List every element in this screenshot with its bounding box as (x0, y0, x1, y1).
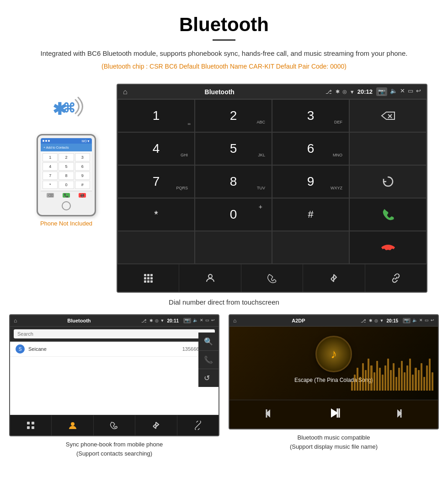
volume-icon[interactable]: 🔈 (390, 87, 397, 96)
music-home-icon[interactable]: ⌂ (233, 317, 236, 324)
svg-point-18 (71, 422, 75, 426)
dial-key-2[interactable]: 2ABC (195, 99, 272, 132)
back-icon[interactable]: ↩ (416, 87, 421, 96)
pb-refresh-side-icon[interactable]: ↺ (198, 369, 219, 387)
pb-camera-icon[interactable]: 📷 (183, 318, 191, 323)
pb-search-icon[interactable]: 🔍 (198, 333, 219, 351)
bottom-section: ⌂ Bluetooth ⎇ ✱ ◎ ▼ 20:11 📷 🔈 ✕ ▭ ↩ (0, 314, 448, 458)
dial-tab-bluetooth[interactable] (303, 264, 365, 292)
phone-mockup: MO▼ + Add to Contacts 1 2 3 4 5 6 7 (37, 134, 96, 216)
link-icon (390, 273, 401, 284)
dial-key-star[interactable]: * (117, 198, 195, 231)
phone-key-8[interactable]: 8 (59, 172, 74, 180)
phone-contact-bar: + Add to Contacts (41, 144, 92, 151)
dial-key-5[interactable]: 5JKL (195, 132, 272, 165)
svg-rect-14 (27, 422, 30, 424)
dial-statusbar: ⌂ Bluetooth ⎇ ✱ ◎ ▼ 20:12 📷 🔈 ✕ ▭ ↩ (117, 85, 427, 99)
phone-screen: MO▼ + Add to Contacts 1 2 3 4 5 6 7 (41, 138, 92, 199)
music-prev-button[interactable] (264, 407, 277, 422)
pb-call-side-icon[interactable]: 📞 (198, 351, 219, 369)
phone-key-4[interactable]: 4 (43, 162, 58, 171)
music-back-icon[interactable]: ↩ (431, 318, 434, 323)
pb-win-icon[interactable]: ▭ (205, 318, 209, 323)
music-vol-icon[interactable]: 🔈 (412, 318, 417, 323)
dial-screen: ⌂ Bluetooth ⎇ ✱ ◎ ▼ 20:12 📷 🔈 ✕ ▭ ↩ (117, 84, 427, 293)
phone-illustration: ✱ ⌘ MO▼ + Add to Contacts (21, 84, 112, 227)
phone-key-7[interactable]: 7 (43, 172, 58, 180)
pb-caption-line1: Sync phone-book from mobile phone (66, 441, 163, 448)
music-close-icon[interactable]: ✕ (419, 318, 423, 323)
phone-key-2[interactable]: 2 (59, 153, 74, 161)
pb-back-icon[interactable]: ↩ (211, 318, 215, 323)
pb-tab-apps[interactable] (10, 415, 52, 435)
phone-call-btn[interactable]: 📞 (63, 193, 70, 198)
dial-tab-call[interactable] (241, 264, 303, 292)
dial-key-9[interactable]: 9WXYZ (272, 165, 349, 198)
dial-key-7[interactable]: 7PQRS (117, 165, 195, 198)
phone-key-1[interactable]: 1 (43, 153, 58, 161)
phone-key-9[interactable]: 9 (75, 172, 90, 180)
pb-close-icon[interactable]: ✕ (200, 318, 203, 323)
visualizer-bar (351, 381, 353, 391)
dial-tab-link[interactable] (365, 264, 427, 292)
call-pb-icon (110, 421, 119, 430)
phone-key-star[interactable]: * (43, 181, 58, 189)
svg-rect-17 (32, 426, 34, 429)
dial-key-0[interactable]: 0+ (195, 198, 272, 231)
dial-key-6[interactable]: 6MNO (272, 132, 349, 165)
usb-icon: ⎇ (325, 89, 332, 95)
music-play-pause-button[interactable] (326, 406, 341, 423)
pb-vol-icon[interactable]: 🔈 (193, 318, 198, 323)
dial-tab-contacts[interactable] (179, 264, 241, 292)
pb-tab-bt[interactable] (135, 415, 177, 435)
dial-key-3[interactable]: 3DEF (272, 99, 349, 132)
dial-tab-keypad[interactable] (117, 264, 179, 292)
phonebook-item: ⌂ Bluetooth ⎇ ✱ ◎ ▼ 20:11 📷 🔈 ✕ ▭ ↩ (9, 314, 219, 458)
dial-key-refresh[interactable] (349, 165, 427, 198)
pb-home-icon[interactable]: ⌂ (14, 317, 17, 324)
title-divider (213, 39, 235, 41)
pb-contact-name[interactable]: Seicane (28, 346, 182, 352)
visualizer-bar (387, 359, 389, 391)
phone-key-0[interactable]: 0 (59, 181, 74, 189)
dial-empty-4 (272, 231, 349, 264)
camera-icon[interactable]: 📷 (376, 87, 387, 96)
dial-key-1[interactable]: 1∞ (117, 99, 195, 132)
music-next-button[interactable] (391, 407, 404, 422)
dial-end-button[interactable] (349, 231, 427, 264)
dial-key-8[interactable]: 8TUV (195, 165, 272, 198)
svg-rect-6 (144, 277, 146, 279)
phone-home-button[interactable] (62, 201, 71, 210)
pb-tab-link[interactable] (177, 415, 219, 435)
pb-caption: Sync phone-book from mobile phone (Suppo… (66, 440, 163, 458)
dial-car-screen: ⌂ Bluetooth ⎇ ✱ ◎ ▼ 20:12 📷 🔈 ✕ ▭ ↩ (117, 84, 427, 293)
dial-key-4[interactable]: 4GHI (117, 132, 195, 165)
window-icon[interactable]: ▭ (408, 87, 413, 96)
phone-key-3[interactable]: 3 (75, 153, 90, 161)
close-icon[interactable]: ✕ (400, 87, 405, 96)
pb-tab-user[interactable] (52, 415, 93, 435)
phone-key-5[interactable]: 5 (59, 162, 74, 171)
music-item: ⌂ A2DP ⎇ ✱ ◎ ▼ 20:15 📷 🔈 ✕ ▭ ↩ (229, 314, 439, 458)
visualizer-bar (415, 368, 416, 391)
svg-point-12 (208, 274, 212, 278)
music-camera-icon[interactable]: 📷 (403, 318, 411, 323)
phone-delete-btn[interactable]: ⌫ (47, 193, 54, 198)
dial-key-hash[interactable]: # (272, 198, 349, 231)
phone-dialer: 1 2 3 4 5 6 7 8 9 * 0 # (41, 151, 92, 191)
pb-tab-call[interactable] (94, 415, 135, 435)
music-win-icon[interactable]: ▭ (425, 318, 429, 323)
phone-key-hash[interactable]: # (75, 181, 90, 189)
phone-end-btn[interactable]: 📵 (79, 193, 86, 198)
visualizer-bar (359, 377, 361, 391)
visualizer-bar (390, 370, 392, 391)
dial-call-button[interactable] (349, 198, 427, 231)
svg-rect-16 (27, 426, 30, 429)
pb-contact-row: S Seicane 13566664466 (10, 342, 219, 357)
visualizer-bar (362, 363, 364, 391)
dial-key-backspace[interactable] (349, 99, 427, 132)
phone-key-6[interactable]: 6 (75, 162, 90, 171)
pb-search-input[interactable] (14, 329, 215, 338)
visualizer-bar (406, 365, 408, 391)
home-icon[interactable]: ⌂ (123, 88, 128, 96)
